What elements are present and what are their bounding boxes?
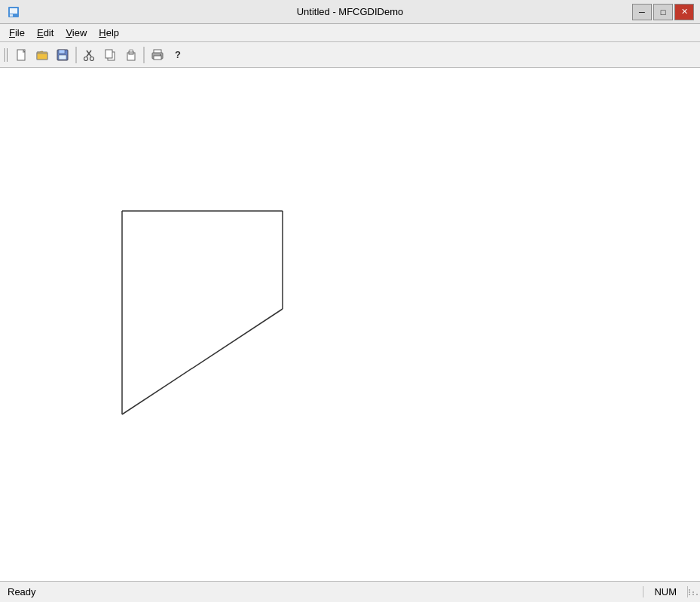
svg-point-11	[84, 57, 88, 60]
menu-edit[interactable]: Edit	[31, 24, 60, 41]
svg-point-21	[160, 54, 161, 56]
paste-button[interactable]	[121, 45, 140, 65]
svg-rect-2	[10, 14, 13, 17]
drawing-svg	[0, 68, 700, 581]
svg-point-12	[90, 57, 94, 60]
toolbar-separator-1	[75, 47, 77, 63]
copy-button[interactable]	[100, 45, 120, 65]
print-button[interactable]	[148, 45, 167, 65]
window-controls: ─ □ ✕	[632, 4, 694, 20]
menu-bar: File Edit View Help	[0, 24, 700, 42]
new-button[interactable]	[12, 45, 32, 65]
close-button[interactable]: ✕	[674, 4, 694, 20]
save-button[interactable]	[53, 45, 72, 65]
open-button[interactable]	[32, 45, 52, 65]
window-title: Untitled - MFCGDIDemo	[297, 6, 404, 17]
toolbar: ?	[0, 42, 700, 68]
svg-line-24	[122, 309, 283, 414]
svg-rect-5	[37, 53, 47, 60]
svg-rect-14	[105, 50, 112, 58]
menu-file[interactable]: File	[3, 24, 31, 41]
status-bar: Ready NUM	[0, 581, 700, 602]
menu-help[interactable]: Help	[93, 24, 125, 41]
svg-rect-20	[154, 56, 161, 60]
help-button[interactable]: ?	[168, 45, 188, 65]
maximize-button[interactable]: □	[653, 4, 673, 20]
toolbar-separator-2	[143, 47, 145, 63]
menu-view[interactable]: View	[60, 24, 93, 41]
app-icon	[6, 5, 21, 20]
svg-rect-1	[10, 8, 17, 14]
size-grip	[688, 582, 700, 603]
svg-rect-17	[130, 50, 133, 52]
main-canvas-area[interactable]	[0, 68, 700, 581]
svg-rect-8	[59, 55, 66, 60]
toolbar-handle	[3, 48, 10, 62]
minimize-button[interactable]: ─	[632, 4, 652, 20]
status-text: Ready	[0, 586, 643, 597]
title-bar-left	[6, 5, 21, 20]
status-right: NUM	[643, 582, 700, 603]
num-indicator: NUM	[643, 586, 688, 597]
cut-button[interactable]	[80, 45, 99, 65]
svg-rect-7	[59, 50, 65, 53]
title-bar: Untitled - MFCGDIDemo ─ □ ✕	[0, 0, 700, 24]
